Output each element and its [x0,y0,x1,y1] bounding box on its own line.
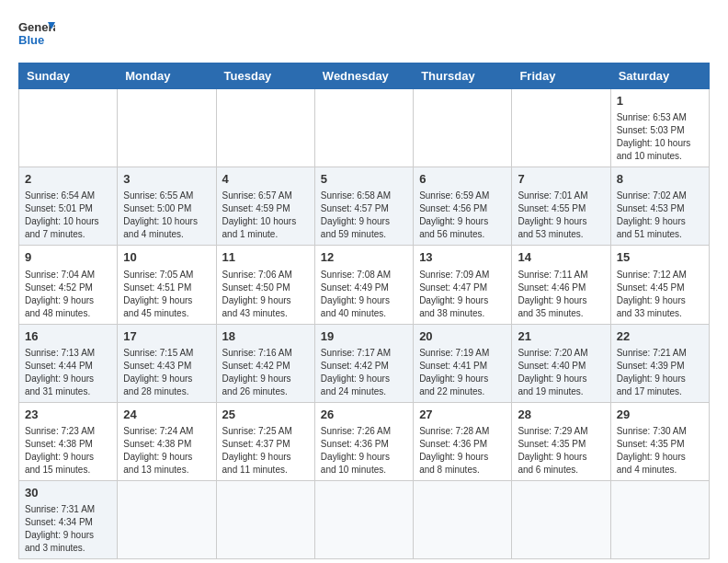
calendar-cell: 5Sunrise: 6:58 AM Sunset: 4:57 PM Daylig… [314,167,413,246]
calendar-cell [512,89,610,167]
calendar-cell: 22Sunrise: 7:21 AM Sunset: 4:39 PM Dayli… [610,324,709,402]
calendar-cell: 8Sunrise: 7:02 AM Sunset: 4:53 PM Daylig… [610,167,709,246]
calendar-cell: 23Sunrise: 7:23 AM Sunset: 4:38 PM Dayli… [19,402,118,480]
day-number: 9 [25,249,111,266]
day-number: 29 [617,407,703,423]
calendar-cell: 29Sunrise: 7:30 AM Sunset: 4:35 PM Dayli… [610,402,709,480]
day-number: 30 [25,485,111,501]
day-header-tuesday: Tuesday [216,63,314,89]
day-header-sunday: Sunday [19,63,118,89]
day-header-monday: Monday [118,63,216,89]
svg-text:Blue: Blue [18,33,44,47]
day-info: Sunrise: 7:20 AM Sunset: 4:40 PM Dayligh… [518,347,604,398]
day-info: Sunrise: 7:04 AM Sunset: 4:52 PM Dayligh… [25,269,111,320]
day-info: Sunrise: 6:57 AM Sunset: 4:59 PM Dayligh… [222,190,309,241]
day-number: 24 [123,407,210,423]
day-info: Sunrise: 7:13 AM Sunset: 4:44 PM Dayligh… [25,347,111,398]
calendar-cell: 1Sunrise: 6:53 AM Sunset: 5:03 PM Daylig… [610,89,709,167]
calendar-cell: 28Sunrise: 7:29 AM Sunset: 4:35 PM Dayli… [512,402,610,480]
day-header-thursday: Thursday [414,63,512,89]
day-info: Sunrise: 6:58 AM Sunset: 4:57 PM Dayligh… [321,190,407,241]
day-number: 15 [617,249,703,266]
calendar-cell [512,480,610,558]
day-info: Sunrise: 7:05 AM Sunset: 4:51 PM Dayligh… [123,269,210,320]
calendar-cell: 3Sunrise: 6:55 AM Sunset: 5:00 PM Daylig… [118,167,216,246]
calendar-cell: 10Sunrise: 7:05 AM Sunset: 4:51 PM Dayli… [118,246,216,324]
day-number: 23 [25,407,111,423]
calendar-cell: 27Sunrise: 7:28 AM Sunset: 4:36 PM Dayli… [414,402,512,480]
calendar-week-row: 16Sunrise: 7:13 AM Sunset: 4:44 PM Dayli… [19,324,710,402]
generalblue-logo-icon: General Blue [18,18,55,48]
calendar-cell: 14Sunrise: 7:11 AM Sunset: 4:46 PM Dayli… [512,246,610,324]
calendar-cell: 4Sunrise: 6:57 AM Sunset: 4:59 PM Daylig… [216,167,314,246]
calendar-cell: 19Sunrise: 7:17 AM Sunset: 4:42 PM Dayli… [314,324,413,402]
day-info: Sunrise: 7:17 AM Sunset: 4:42 PM Dayligh… [321,347,407,398]
calendar-cell: 21Sunrise: 7:20 AM Sunset: 4:40 PM Dayli… [512,324,610,402]
calendar-week-row: 30Sunrise: 7:31 AM Sunset: 4:34 PM Dayli… [19,480,710,558]
day-info: Sunrise: 6:54 AM Sunset: 5:01 PM Dayligh… [25,190,111,241]
calendar-cell: 16Sunrise: 7:13 AM Sunset: 4:44 PM Dayli… [19,324,118,402]
day-number: 27 [419,407,506,423]
calendar-cell: 9Sunrise: 7:04 AM Sunset: 4:52 PM Daylig… [19,246,118,324]
calendar-week-row: 9Sunrise: 7:04 AM Sunset: 4:52 PM Daylig… [19,246,710,324]
calendar-header-row: SundayMondayTuesdayWednesdayThursdayFrid… [19,63,710,89]
calendar-week-row: 23Sunrise: 7:23 AM Sunset: 4:38 PM Dayli… [19,402,710,480]
calendar-cell: 18Sunrise: 7:16 AM Sunset: 4:42 PM Dayli… [216,324,314,402]
calendar-cell: 15Sunrise: 7:12 AM Sunset: 4:45 PM Dayli… [610,246,709,324]
day-info: Sunrise: 7:12 AM Sunset: 4:45 PM Dayligh… [617,269,703,320]
day-info: Sunrise: 6:53 AM Sunset: 5:03 PM Dayligh… [617,111,703,163]
day-number: 22 [617,328,703,345]
day-number: 3 [123,171,210,188]
day-info: Sunrise: 7:15 AM Sunset: 4:43 PM Dayligh… [123,347,210,398]
day-number: 21 [518,328,604,345]
day-number: 1 [617,93,703,109]
day-info: Sunrise: 7:29 AM Sunset: 4:35 PM Dayligh… [518,425,604,477]
day-number: 12 [321,249,407,266]
calendar-cell [216,89,314,167]
calendar-cell [414,480,512,558]
calendar-cell: 11Sunrise: 7:06 AM Sunset: 4:50 PM Dayli… [216,246,314,324]
day-info: Sunrise: 7:31 AM Sunset: 4:34 PM Dayligh… [25,503,111,555]
calendar-cell: 2Sunrise: 6:54 AM Sunset: 5:01 PM Daylig… [19,167,118,246]
calendar-cell: 24Sunrise: 7:24 AM Sunset: 4:38 PM Dayli… [118,402,216,480]
page-header: General Blue [18,18,710,48]
day-info: Sunrise: 7:30 AM Sunset: 4:35 PM Dayligh… [617,425,703,477]
calendar-cell: 7Sunrise: 7:01 AM Sunset: 4:55 PM Daylig… [512,167,610,246]
day-info: Sunrise: 7:21 AM Sunset: 4:39 PM Dayligh… [617,347,703,398]
calendar-week-row: 2Sunrise: 6:54 AM Sunset: 5:01 PM Daylig… [19,167,710,246]
day-info: Sunrise: 7:23 AM Sunset: 4:38 PM Dayligh… [25,425,111,477]
calendar-cell: 12Sunrise: 7:08 AM Sunset: 4:49 PM Dayli… [314,246,413,324]
day-number: 17 [123,328,210,345]
calendar-cell [118,89,216,167]
calendar-cell: 30Sunrise: 7:31 AM Sunset: 4:34 PM Dayli… [19,480,118,558]
day-info: Sunrise: 7:25 AM Sunset: 4:37 PM Dayligh… [222,425,309,477]
calendar-cell: 13Sunrise: 7:09 AM Sunset: 4:47 PM Dayli… [414,246,512,324]
day-number: 20 [419,328,506,345]
day-number: 14 [518,249,604,266]
day-header-saturday: Saturday [610,63,709,89]
day-number: 10 [123,249,210,266]
day-header-friday: Friday [512,63,610,89]
calendar-cell [610,480,709,558]
day-number: 28 [518,407,604,423]
day-info: Sunrise: 6:55 AM Sunset: 5:00 PM Dayligh… [123,190,210,241]
day-info: Sunrise: 7:24 AM Sunset: 4:38 PM Dayligh… [123,425,210,477]
day-info: Sunrise: 7:08 AM Sunset: 4:49 PM Dayligh… [321,269,407,320]
day-info: Sunrise: 7:19 AM Sunset: 4:41 PM Dayligh… [419,347,506,398]
calendar-cell: 25Sunrise: 7:25 AM Sunset: 4:37 PM Dayli… [216,402,314,480]
day-number: 8 [617,171,703,188]
calendar-cell [216,480,314,558]
day-info: Sunrise: 6:59 AM Sunset: 4:56 PM Dayligh… [419,190,506,241]
day-number: 2 [25,171,111,188]
day-info: Sunrise: 7:01 AM Sunset: 4:55 PM Dayligh… [518,190,604,241]
day-info: Sunrise: 7:26 AM Sunset: 4:36 PM Dayligh… [321,425,407,477]
day-number: 4 [222,171,309,188]
day-number: 26 [321,407,407,423]
day-info: Sunrise: 7:06 AM Sunset: 4:50 PM Dayligh… [222,269,309,320]
day-number: 5 [321,171,407,188]
calendar-cell [414,89,512,167]
calendar-cell [314,89,413,167]
calendar-cell: 20Sunrise: 7:19 AM Sunset: 4:41 PM Dayli… [414,324,512,402]
calendar-cell [118,480,216,558]
day-number: 13 [419,249,506,266]
